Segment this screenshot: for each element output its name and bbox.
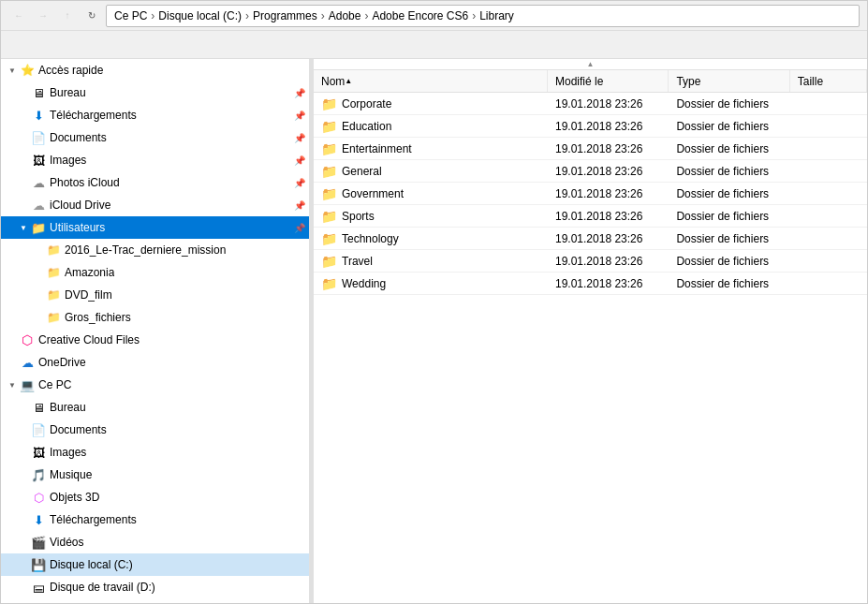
folder-icon: 📁: [321, 186, 336, 201]
sidebar-item-documents2[interactable]: Documents: [1, 419, 309, 441]
back-button[interactable]: ←: [8, 6, 29, 26]
file-size-cell: [790, 160, 867, 182]
file-date-cell: 19.01.2018 23:26: [548, 115, 669, 137]
sidebar-label-images: Images: [50, 154, 86, 167]
file-list-header: Nom Modifié le Type Taille: [314, 70, 867, 93]
table-row[interactable]: 📁 Education 19.01.2018 23:26 Dossier de …: [314, 115, 867, 138]
file-name-cell: 📁 General: [314, 160, 548, 182]
file-type-cell: Dossier de fichiers: [669, 160, 789, 182]
file-name-cell: 📁 Travel: [314, 250, 548, 272]
breadcrumb[interactable]: Ce PC › Disque local (C:) › Programmes ›…: [106, 5, 860, 27]
bureau2-icon: [31, 400, 46, 415]
file-name-cell: 📁 Sports: [314, 205, 548, 227]
refresh-button[interactable]: ↻: [81, 6, 102, 26]
table-row[interactable]: 📁 Entertainment 19.01.2018 23:26 Dossier…: [314, 138, 867, 160]
breadcrumb-encore[interactable]: Adobe Encore CS6: [372, 9, 468, 22]
file-type-cell: Dossier de fichiers: [669, 250, 789, 272]
file-date-cell: 19.01.2018 23:26: [548, 183, 669, 204]
file-explorer-window: ← → ↑ ↻ Ce PC › Disque local (C:) › Prog…: [0, 0, 868, 604]
sidebar-item-icloud-drive[interactable]: ☁ iCloud Drive 📌: [1, 194, 309, 216]
table-row[interactable]: 📁 General 19.01.2018 23:26 Dossier de fi…: [314, 160, 867, 183]
sidebar-label-images2: Images: [50, 446, 86, 459]
folder-icon: 📁: [321, 276, 336, 291]
table-row[interactable]: 📁 Travel 19.01.2018 23:26 Dossier de fic…: [314, 250, 867, 273]
pin-icon-7: 📌: [294, 223, 305, 233]
titlebar: ← → ↑ ↻ Ce PC › Disque local (C:) › Prog…: [1, 1, 867, 31]
disque-travail-icon: 🖴: [31, 580, 46, 595]
sidebar-item-quick-access[interactable]: Accès rapide: [1, 59, 309, 81]
breadcrumb-library[interactable]: Library: [479, 9, 514, 22]
sidebar-item-disque-local[interactable]: 💾 Disque local (C:): [1, 553, 309, 576]
table-row[interactable]: 📁 Sports 19.01.2018 23:26 Dossier de fic…: [314, 205, 867, 228]
sidebar-label-amazonia: Amazonia: [65, 266, 114, 279]
sidebar-item-dvd-film[interactable]: DVD_film: [1, 284, 309, 306]
sidebar-item-creative-cloud[interactable]: ⬡ Creative Cloud Files: [1, 329, 309, 351]
sidebar-item-bureau2[interactable]: Bureau: [1, 396, 309, 419]
sidebar-item-telechargements[interactable]: ⬇ Téléchargements 📌: [1, 104, 309, 126]
breadcrumb-disk[interactable]: Disque local (C:): [158, 9, 242, 22]
sidebar: Accès rapide Bureau 📌 ⬇ Téléchargements …: [1, 59, 310, 603]
folder-dvd-icon: [46, 287, 61, 302]
folder-2016-icon: [46, 243, 61, 258]
videos-icon: 🎬: [31, 535, 46, 550]
file-size-cell: [790, 205, 867, 227]
breadcrumb-adobe[interactable]: Adobe: [329, 9, 361, 22]
column-name[interactable]: Nom: [314, 70, 548, 92]
breadcrumb-programmes[interactable]: Programmes: [253, 9, 317, 22]
ce-pc-icon: 💻: [20, 377, 35, 392]
quick-access-icon: [20, 63, 35, 78]
sidebar-item-onedrive[interactable]: ☁ OneDrive: [1, 351, 309, 374]
sidebar-label-utilisateurs: Utilisateurs: [50, 221, 105, 234]
column-size[interactable]: Taille: [790, 70, 867, 92]
file-date-cell: 19.01.2018 23:26: [548, 160, 669, 182]
sidebar-label-telechargements: Téléchargements: [50, 109, 137, 122]
file-size-cell: [790, 93, 867, 114]
breadcrumb-pc[interactable]: Ce PC: [114, 9, 147, 22]
bureau-icon: [31, 85, 46, 100]
forward-button[interactable]: →: [33, 6, 53, 26]
sort-indicator: ▲: [587, 60, 595, 68]
sidebar-item-images[interactable]: Images 📌: [1, 149, 309, 171]
table-row[interactable]: 📁 Government 19.01.2018 23:26 Dossier de…: [314, 183, 867, 205]
folder-icon: 📁: [321, 119, 336, 134]
sidebar-item-photos-icloud[interactable]: ☁ Photos iCloud 📌: [1, 171, 309, 194]
sidebar-item-images2[interactable]: Images: [1, 441, 309, 464]
table-row[interactable]: 📁 Technology 19.01.2018 23:26 Dossier de…: [314, 228, 867, 250]
images-icon: [31, 153, 46, 168]
sidebar-item-bureau[interactable]: Bureau 📌: [1, 81, 309, 104]
file-size-cell: [790, 273, 867, 294]
table-row[interactable]: 📁 Corporate 19.01.2018 23:26 Dossier de …: [314, 93, 867, 115]
pin-icon: 📌: [294, 88, 305, 98]
sidebar-item-telechargements2[interactable]: ⬇ Téléchargements: [1, 508, 309, 531]
file-name-cell: 📁 Entertainment: [314, 138, 548, 159]
folder-amazonia-icon: [46, 265, 61, 280]
sidebar-item-documents[interactable]: Documents 📌: [1, 126, 309, 149]
sidebar-label-2016: 2016_Le-Trac_derniere_mission: [65, 243, 226, 257]
sidebar-item-ce-pc[interactable]: 💻 Ce PC: [1, 374, 309, 396]
up-button[interactable]: ↑: [57, 6, 78, 26]
sidebar-label-dvd-film: DVD_film: [65, 288, 112, 302]
sidebar-item-amazonia[interactable]: Amazonia: [1, 261, 309, 284]
documents2-icon: [31, 422, 46, 437]
sidebar-item-2016[interactable]: 2016_Le-Trac_derniere_mission: [1, 239, 309, 261]
column-type[interactable]: Type: [669, 70, 789, 92]
sidebar-label-bureau: Bureau: [50, 86, 86, 99]
sidebar-item-musique[interactable]: 🎵 Musique: [1, 464, 309, 486]
sidebar-item-disque-travail[interactable]: 🖴 Disque de travail (D:): [1, 576, 309, 598]
column-date[interactable]: Modifié le: [548, 70, 669, 92]
file-type-cell: Dossier de fichiers: [669, 115, 789, 137]
sidebar-label-onedrive: OneDrive: [38, 356, 86, 369]
sidebar-item-objets3d[interactable]: ⬡ Objets 3D: [1, 486, 309, 508]
sidebar-item-gros-fichiers[interactable]: Gros_fichiers: [1, 306, 309, 329]
folder-icon: 📁: [321, 164, 336, 179]
file-name-cell: 📁 Corporate: [314, 93, 548, 114]
table-row[interactable]: 📁 Wedding 19.01.2018 23:26 Dossier de fi…: [314, 273, 867, 295]
sidebar-item-utilisateurs[interactable]: 📁 Utilisateurs 📌: [1, 216, 309, 239]
sidebar-label-creative-cloud: Creative Cloud Files: [38, 333, 140, 346]
file-type-cell: Dossier de fichiers: [669, 273, 789, 294]
sidebar-label-quick-access: Accès rapide: [38, 64, 103, 77]
file-date-cell: 19.01.2018 23:26: [548, 205, 669, 227]
sidebar-item-videos[interactable]: 🎬 Vidéos: [1, 531, 309, 553]
folder-icon: 📁: [321, 96, 336, 111]
images2-icon: [31, 445, 46, 460]
